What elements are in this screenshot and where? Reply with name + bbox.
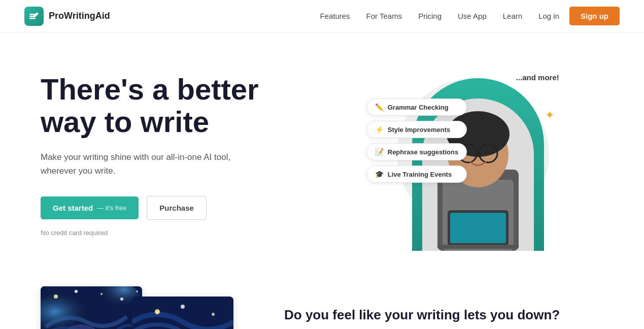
nav-item-use-app[interactable]: Use App — [458, 12, 487, 20]
svg-point-17 — [75, 290, 78, 293]
svg-point-19 — [120, 298, 123, 301]
hero-subtitle: Make your writing shine with our all-in-… — [41, 150, 244, 178]
artwork-card-back — [41, 286, 142, 329]
logo-text: ProWritingAid — [49, 11, 110, 21]
grammar-icon: ✏️ — [375, 103, 384, 111]
nav-item-learn[interactable]: Learn — [503, 12, 522, 20]
artwork-stack: My idea in my head — [41, 286, 213, 329]
training-icon: 🎓 — [375, 170, 384, 178]
and-more-label: ...and more! — [516, 73, 559, 82]
svg-rect-11 — [450, 213, 506, 243]
rephrase-icon: 📝 — [375, 148, 384, 156]
feature-pills: ✏️ Grammar Checking ⚡ Style Improvements… — [366, 98, 467, 183]
hero-cta: Get started — it's free Purchase — [41, 196, 322, 220]
swirl-background — [41, 286, 142, 329]
signup-button[interactable]: Sign up — [569, 7, 620, 25]
svg-point-25 — [181, 305, 185, 309]
svg-point-20 — [136, 290, 138, 292]
style-icon: ⚡ — [375, 125, 384, 134]
login-link[interactable]: Log in — [538, 12, 559, 20]
svg-point-18 — [100, 293, 103, 295]
nav-auth: Log in Sign up — [538, 7, 620, 25]
pill-rephrase: 📝 Rephrase suggestions — [366, 143, 467, 160]
pill-style: ⚡ Style Improvements — [366, 121, 467, 138]
sparkle-icon: ✦ — [545, 109, 554, 122]
lower-section-title: Do you feel like your writing lets you d… — [284, 307, 603, 324]
svg-point-26 — [212, 313, 215, 316]
lower-left: My idea in my head — [41, 286, 244, 329]
lower-right: Do you feel like your writing lets you d… — [284, 286, 603, 329]
svg-rect-2 — [29, 18, 36, 19]
hero-right: ...and more! — [322, 63, 604, 256]
svg-point-24 — [155, 309, 160, 314]
purchase-button[interactable]: Purchase — [147, 196, 207, 220]
hero-title: There's a better way to write — [41, 73, 322, 138]
lower-section: My idea in my head Do you feel like your… — [0, 276, 644, 329]
nav-item-features[interactable]: Features — [320, 12, 350, 20]
free-label: — it's free — [97, 204, 126, 212]
get-started-button[interactable]: Get started — it's free — [41, 196, 139, 219]
nav-item-for-teams[interactable]: For Teams — [366, 12, 402, 20]
hero-section: There's a better way to write Make your … — [0, 32, 644, 276]
nav-item-pricing[interactable]: Pricing — [418, 12, 442, 20]
artwork-card-front — [132, 297, 233, 329]
navbar: ProWritingAid Features For Teams Pricing… — [0, 0, 644, 32]
logo-icon — [24, 7, 44, 26]
no-credit-card-text: No credit card required — [41, 229, 322, 237]
svg-point-16 — [54, 294, 58, 299]
logo-link[interactable]: ProWritingAid — [24, 7, 110, 26]
pill-grammar: ✏️ Grammar Checking — [366, 98, 467, 116]
pill-training: 🎓 Live Training Events — [366, 166, 467, 183]
hero-left: There's a better way to write Make your … — [41, 63, 322, 237]
hero-image-area: ...and more! — [366, 68, 559, 251]
svg-rect-12 — [437, 245, 519, 249]
nav-links: Features For Teams Pricing Use App Learn — [320, 12, 522, 21]
